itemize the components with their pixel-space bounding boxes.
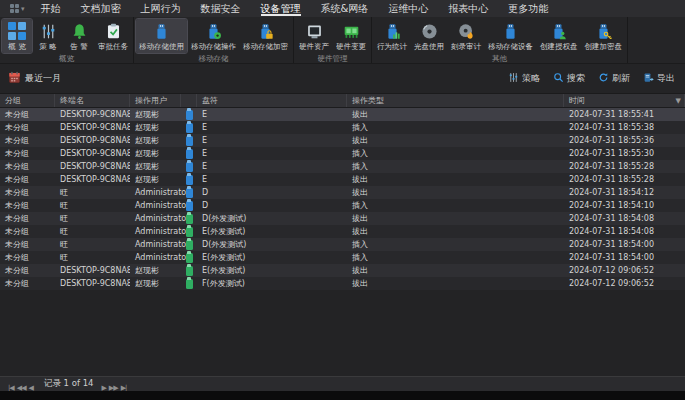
ribbon-button-概览[interactable]: 概 览 (2, 19, 32, 53)
ribbon-button-移动存储设备[interactable]: 移动存储设备 (485, 19, 536, 53)
cell-terminal: 旺 (55, 212, 130, 225)
usb-drive-icon (181, 264, 197, 277)
ribbon-button-移动存储操作[interactable]: 移动存储操作 (188, 19, 239, 53)
menu-tab-报表中心[interactable]: 报表中心 (438, 0, 498, 17)
cell-user: Administrator (130, 212, 181, 225)
table-row[interactable]: 未分组旺AdministratorD拔出2024-07-31 18:54:12 (0, 186, 685, 199)
usb-drive-icon (181, 147, 197, 160)
cell-drive-letter: E(外发测试) (197, 264, 347, 277)
filter-toolbar: 最近一月 策略搜索刷新导出 (0, 64, 685, 94)
toolbar-button-搜索[interactable]: 搜索 (553, 72, 585, 85)
ribbon-button-硬件变更[interactable]: 硬件变更 (333, 19, 369, 53)
cell-terminal: DESKTOP-9C8NA80 (55, 277, 130, 290)
cell-time: 2024-07-31 18:55:38 (564, 121, 685, 134)
column-header-操作类型[interactable]: 操作类型 (347, 94, 564, 107)
table-row[interactable]: 未分组DESKTOP-9C8NA80赵现彬E插入2024-07-31 18:55… (0, 160, 685, 173)
ribbon-button-创建授权盘[interactable]: 创建授权盘 (537, 19, 581, 53)
table-row[interactable]: 未分组旺AdministratorD(外发测试)拔出2024-07-31 18:… (0, 212, 685, 225)
cell-operation-type: 拔出 (347, 212, 564, 225)
date-range-label: 最近一月 (25, 72, 61, 85)
table-row[interactable]: 未分组DESKTOP-9C8NA80赵现彬E插入2024-07-31 18:55… (0, 147, 685, 160)
menu-tab-上网行为[interactable]: 上网行为 (131, 0, 191, 17)
ribbon-button-硬件资产[interactable]: 硬件资产 (296, 19, 332, 53)
table-row[interactable]: 未分组旺AdministratorD(外发测试)插入2024-07-31 18:… (0, 238, 685, 251)
table-row[interactable]: 未分组旺AdministratorE(外发测试)插入2024-07-31 18:… (0, 251, 685, 264)
cell-group: 未分组 (0, 121, 55, 134)
cell-time: 2024-07-31 18:55:28 (564, 160, 685, 173)
ribbon-button-label: 行为统计 (377, 42, 407, 52)
ribbon-button-移动存储使用[interactable]: 移动存储使用 (136, 19, 187, 53)
menu-tab-文档加密[interactable]: 文档加密 (71, 0, 131, 17)
cell-drive-letter: E (197, 134, 347, 147)
table-row[interactable]: 未分组旺AdministratorD插入2024-07-31 18:54:10 (0, 199, 685, 212)
usb-drive-blue-icon (186, 136, 193, 146)
menu-tab-系统&网络[interactable]: 系统&网络 (311, 0, 379, 17)
usb-key-icon (595, 21, 612, 41)
usb-drive-green-icon (186, 227, 193, 237)
cell-operation-type: 拔出 (347, 264, 564, 277)
table-row[interactable]: 未分组DESKTOP-9C8NA80赵现彬E(外发测试)拔出2024-07-12… (0, 264, 685, 277)
cell-drive-letter: E (197, 108, 347, 121)
cell-drive-letter: D(外发测试) (197, 212, 347, 225)
cell-group: 未分组 (0, 225, 55, 238)
cell-user: 赵现彬 (130, 173, 181, 186)
table-row[interactable]: 未分组DESKTOP-9C8NA80赵现彬E插入2024-07-31 18:55… (0, 121, 685, 134)
cell-drive-letter: E(外发测试) (197, 251, 347, 264)
ribbon-button-审批任务[interactable]: 审批任务 (95, 19, 131, 53)
cell-group: 未分组 (0, 199, 55, 212)
column-header-盘符[interactable]: 盘符 (197, 94, 347, 107)
cell-user: Administrator (130, 199, 181, 212)
cell-time: 2024-07-31 18:54:10 (564, 199, 685, 212)
usb-blue-icon (153, 21, 170, 41)
column-header-终端名[interactable]: 终端名 (55, 94, 130, 107)
ribbon-button-光盘使用[interactable]: 光盘使用 (411, 19, 447, 53)
cell-operation-type: 插入 (347, 147, 564, 160)
date-range-filter[interactable]: 最近一月 (8, 69, 61, 88)
cell-operation-type: 插入 (347, 199, 564, 212)
ribbon: 概 览策 略告 警审批任务概览 移动存储使用 移动存储操作 移动存储加密移动存储… (0, 17, 685, 64)
table-row[interactable]: 未分组旺AdministratorE(外发测试)拔出2024-07-31 18:… (0, 225, 685, 238)
ribbon-button-创建加密盘[interactable]: 创建加密盘 (582, 19, 626, 53)
cell-user: 赵现彬 (130, 134, 181, 147)
cell-user: 赵现彬 (130, 264, 181, 277)
table-body: 未分组DESKTOP-9C8NA80赵现彬E拔出2024-07-31 18:55… (0, 108, 685, 290)
table-row[interactable]: 未分组DESKTOP-9C8NA80赵现彬E拔出2024-07-31 18:55… (0, 173, 685, 186)
usb-drive-icon (181, 199, 197, 212)
cell-group: 未分组 (0, 160, 55, 173)
menu-tab-更多功能[interactable]: 更多功能 (498, 0, 558, 17)
toolbar-button-导出[interactable]: 导出 (643, 72, 675, 85)
ribbon-button-告警[interactable]: 告 警 (64, 19, 94, 53)
toolbar-button-策略[interactable]: 策略 (508, 72, 540, 85)
toolbar-button-刷新[interactable]: 刷新 (598, 72, 630, 85)
ribbon-button-策略[interactable]: 策 略 (33, 19, 63, 53)
column-header-分组[interactable]: 分组 (0, 94, 55, 107)
ribbon-button-移动存储加密[interactable]: 移动存储加密 (240, 19, 291, 53)
column-header-时间[interactable]: 时间▼ (564, 94, 685, 107)
ribbon-button-label: 审批任务 (98, 42, 128, 52)
toolbar-button-label: 搜索 (567, 72, 585, 85)
table-row[interactable]: 未分组DESKTOP-9C8NA80赵现彬E拔出2024-07-31 18:55… (0, 134, 685, 147)
column-header-drive-icon[interactable] (181, 94, 197, 107)
usb-drive-green-icon (186, 214, 193, 224)
column-header-label: 终端名 (60, 95, 84, 106)
ribbon-button-label: 概 览 (8, 42, 25, 52)
ribbon-button-label: 创建加密盘 (585, 42, 623, 52)
usb-drive-green-icon (186, 240, 193, 250)
usb-drive-icon (181, 225, 197, 238)
table-row[interactable]: 未分组DESKTOP-9C8NA80赵现彬F(外发测试)拔出2024-07-12… (0, 277, 685, 290)
menu-tab-设备管理[interactable]: 设备管理 (251, 0, 311, 17)
ribbon-button-行为统计[interactable]: 行为统计 (374, 19, 410, 53)
ribbon-button-刻录审计[interactable]: 刻录审计 (448, 19, 484, 53)
clipboard-check-icon (105, 21, 122, 41)
cell-time: 2024-07-31 18:55:28 (564, 173, 685, 186)
table-row[interactable]: 未分组DESKTOP-9C8NA80赵现彬E拔出2024-07-31 18:55… (0, 108, 685, 121)
column-header-操作用户[interactable]: 操作用户 (130, 94, 181, 107)
menu-tab-数据安全[interactable]: 数据安全 (191, 0, 251, 17)
toolbar-button-label: 刷新 (612, 72, 630, 85)
usb-drive-blue-icon (186, 188, 193, 198)
menu-tab-开始[interactable]: 开始 (31, 0, 71, 17)
usb-usage-log-table: 分组终端名操作用户盘符操作类型时间▼ 未分组DESKTOP-9C8NA80赵现彬… (0, 94, 685, 376)
sort-desc-icon: ▼ (676, 97, 681, 105)
menu-tab-运维中心[interactable]: 运维中心 (378, 0, 438, 17)
app-menu-button[interactable]: ▾ (4, 4, 31, 13)
